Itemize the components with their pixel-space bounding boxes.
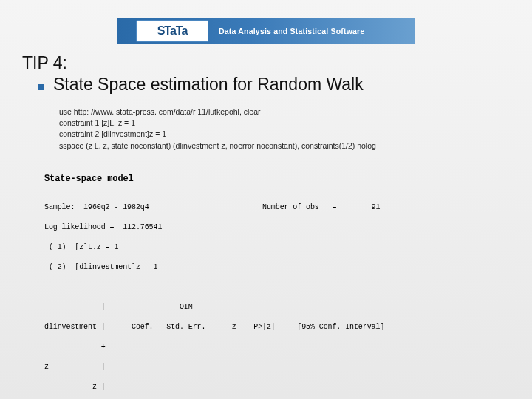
- out-line: Log likelihood = 112.76541: [44, 222, 502, 233]
- output-title: State-space model: [44, 173, 502, 185]
- out-rule: ----------------------------------------…: [44, 282, 502, 293]
- brand-tagline: Data Analysis and Statistical Software: [219, 27, 364, 35]
- out-line: ( 1) [z]L.z = 1: [44, 242, 502, 253]
- code-line: use http: //www. stata-press. com/data/r…: [59, 106, 510, 117]
- out-line: z |: [44, 382, 502, 392]
- code-line: sspace (z L. z, state noconstant) (dlinv…: [59, 140, 510, 151]
- subtitle-row: State Space estimation for Random Walk: [38, 75, 510, 95]
- code-line: constraint 1 [z]L. z = 1: [59, 117, 510, 129]
- tip-title: TIP 4:: [22, 53, 510, 73]
- code-line: constraint 2 [dlinvestment]z = 1: [59, 129, 510, 140]
- input-code: use http: //www. stata-press. com/data/r…: [59, 106, 510, 151]
- out-line: dlinvestment | Coef. Std. Err. z P>|z| […: [44, 322, 502, 332]
- out-line: Sample: 1960q2 - 1982q4 Number of obs = …: [44, 202, 502, 213]
- slide-content: TIP 4: State Space estimation for Random…: [22, 53, 510, 399]
- brand-text: STaTa: [157, 24, 188, 38]
- brand-logo: STaTa: [136, 20, 208, 42]
- out-line: ( 2) [dlinvestment]z = 1: [44, 262, 502, 273]
- logo-bar: STaTa Data Analysis and Statistical Soft…: [117, 18, 415, 44]
- square-bullet-icon: [38, 84, 44, 90]
- out-line: | OIM: [44, 302, 502, 313]
- subtitle: State Space estimation for Random Walk: [53, 75, 364, 95]
- out-line: z |: [44, 362, 502, 372]
- stata-output: State-space model Sample: 1960q2 - 1982q…: [44, 163, 502, 399]
- out-rule: -------------+--------------------------…: [44, 342, 502, 352]
